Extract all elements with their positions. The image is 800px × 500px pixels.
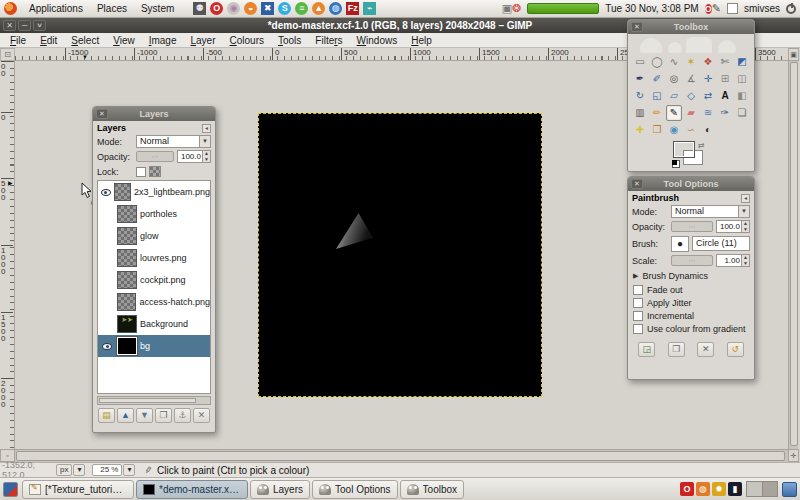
horizontal-scrollbar[interactable] xyxy=(15,449,788,462)
distro-menu-icon[interactable] xyxy=(4,2,17,15)
tool-dodge-burn[interactable]: ◐ xyxy=(700,122,716,138)
tool-options-titlebar[interactable]: ✕ Tool Options xyxy=(628,177,754,191)
maximize-icon[interactable]: ˅ xyxy=(33,20,46,31)
zoom-dropdown-arrow[interactable]: ▾ xyxy=(123,464,135,476)
panel-menu-places[interactable]: Places xyxy=(90,1,134,16)
power-icon[interactable] xyxy=(786,4,796,14)
tool-shear[interactable]: ▱ xyxy=(666,88,682,104)
close-icon[interactable]: ✕ xyxy=(3,20,16,31)
menu-select[interactable]: Select xyxy=(65,34,105,47)
display-tray-icon[interactable]: ▮ xyxy=(728,482,742,496)
task-button[interactable]: *demo-master.xcf-1.0 ... xyxy=(136,480,248,499)
unit-dropdown-arrow[interactable]: ▾ xyxy=(73,464,85,476)
image-canvas[interactable] xyxy=(258,113,542,397)
layer-visibility-cell[interactable] xyxy=(100,343,114,350)
vertical-scrollbar[interactable] xyxy=(788,61,798,449)
filezilla-icon[interactable]: Fz xyxy=(346,2,359,15)
save-options-button[interactable]: ◲ xyxy=(638,342,655,357)
delete-layer-button[interactable]: ✕ xyxy=(193,408,210,423)
layer-row[interactable]: 2x3_lightbeam.png xyxy=(98,181,210,203)
v-scroll-thumb[interactable] xyxy=(790,62,798,446)
checkbox[interactable] xyxy=(633,324,643,334)
anchor-layer-button[interactable]: ⚓ xyxy=(174,408,191,423)
zoom-level[interactable]: 25 % xyxy=(92,464,122,476)
lower-layer-button[interactable]: ▼ xyxy=(136,408,153,423)
scale-spinner[interactable]: 1.00 ▲▼ xyxy=(716,254,750,267)
firefox-icon[interactable]: ◒ xyxy=(244,2,257,15)
tool-airbrush[interactable]: ≋ xyxy=(700,105,716,121)
username[interactable]: smivses xyxy=(744,3,780,14)
tool-scissors-select[interactable]: ✄ xyxy=(717,54,733,70)
tablet-pen-icon[interactable]: ✎ xyxy=(712,2,721,14)
foreground-color-swatch[interactable] xyxy=(674,142,694,157)
tool-options-menu-button[interactable]: ◂ xyxy=(741,194,750,203)
unit-selector[interactable]: px xyxy=(56,464,72,476)
trash-applet-icon[interactable] xyxy=(782,482,797,497)
navigation-button[interactable]: ✛ xyxy=(788,449,799,462)
tool-rotate[interactable]: ↻ xyxy=(632,88,648,104)
tool-flip[interactable]: ⇄ xyxy=(700,88,716,104)
minimize-icon[interactable]: ─ xyxy=(18,20,31,31)
tool-select-by-color[interactable]: ❖ xyxy=(700,54,716,70)
layers-menu-button[interactable]: ◂ xyxy=(202,124,211,133)
checkbox[interactable] xyxy=(633,311,643,321)
tool-free-select[interactable]: ∿ xyxy=(666,54,682,70)
tool-perspective-clone[interactable]: ❐ xyxy=(649,122,665,138)
layer-row[interactable]: glow xyxy=(98,225,210,247)
media-app-icon[interactable]: ◉ xyxy=(227,2,240,15)
vertical-ruler[interactable]: ▶ 0 005 0 01 0 0 01 5 0 02 0 0 0 xyxy=(0,61,15,449)
vlc-icon[interactable]: ▲ xyxy=(312,2,325,15)
panel-menu-system[interactable]: System xyxy=(134,1,181,16)
tool-fuzzy-select[interactable]: ✶ xyxy=(683,54,699,70)
tool-bucket-fill[interactable]: ◧ xyxy=(734,88,750,104)
tool-paintbrush[interactable]: ✎ xyxy=(666,105,682,121)
task-button[interactable]: Toolbox xyxy=(400,480,464,499)
menu-image[interactable]: Image xyxy=(143,34,183,47)
zoom-follow-button[interactable]: ▣ xyxy=(788,48,799,61)
workspace-cell[interactable] xyxy=(762,482,777,496)
menu-layer[interactable]: Layer xyxy=(184,34,221,47)
display-indicator-icon[interactable]: ▣ xyxy=(502,2,512,14)
ruler-corner-button[interactable]: ⊡ xyxy=(0,48,15,61)
layer-thumbnail[interactable] xyxy=(117,271,137,289)
tool-measure[interactable]: ∡ xyxy=(683,71,699,87)
brush-name-field[interactable]: Circle (11) xyxy=(692,236,750,251)
layer-thumbnail[interactable] xyxy=(117,205,137,223)
lock-checkbox[interactable] xyxy=(136,167,146,177)
layers-dialog-titlebar[interactable]: ✕ Layers xyxy=(93,107,215,121)
show-desktop-button[interactable] xyxy=(3,482,18,497)
tool-perspective[interactable]: ◇ xyxy=(683,88,699,104)
tool-foreground-select[interactable]: ◩ xyxy=(734,54,750,70)
menu-tools[interactable]: Tools xyxy=(272,34,307,47)
option-apply-jitter[interactable]: Apply Jitter xyxy=(628,295,754,308)
menu-file[interactable]: File xyxy=(4,34,32,47)
firefox-tray-icon[interactable]: ◍ xyxy=(696,482,710,496)
panel-menu-applications[interactable]: Applications xyxy=(22,1,90,16)
toolbox-titlebar[interactable]: ✕ Toolbox xyxy=(628,20,754,34)
opera-tray-icon[interactable]: O xyxy=(680,482,694,496)
paint-mode-select[interactable]: Normal ▼ xyxy=(671,205,750,218)
menu-filters[interactable]: Filters xyxy=(309,34,348,47)
tool-zoom[interactable]: ◎ xyxy=(666,71,682,87)
tool-align[interactable]: ⊞ xyxy=(717,71,733,87)
desktop-app-icon[interactable]: ✖ xyxy=(261,2,274,15)
layer-thumbnail[interactable] xyxy=(117,227,137,245)
reset-colors-icon[interactable] xyxy=(672,160,680,168)
layer-thumbnail[interactable] xyxy=(117,249,137,267)
checkbox[interactable] xyxy=(633,285,643,295)
restore-options-button[interactable]: ❐ xyxy=(668,342,685,357)
task-button[interactable]: Layers xyxy=(250,480,310,499)
robot-app-icon[interactable]: ⚉ xyxy=(193,2,206,15)
layer-opacity-slider[interactable]: ⋯ xyxy=(136,151,174,162)
brush-dynamics-expander[interactable]: ▶ Brush Dynamics xyxy=(628,268,754,282)
skype-icon[interactable]: S xyxy=(278,2,291,15)
spotify-icon[interactable]: ≡ xyxy=(295,2,308,15)
user-indicator-icon[interactable] xyxy=(727,3,738,14)
menu-colours[interactable]: Colours xyxy=(223,34,269,47)
option-incremental[interactable]: Incremental xyxy=(628,308,754,321)
tool-move[interactable]: ✛ xyxy=(700,71,716,87)
bird-app-icon[interactable]: ⌁ xyxy=(363,2,376,15)
raise-layer-button[interactable]: ▲ xyxy=(117,408,134,423)
eye-icon[interactable] xyxy=(102,343,112,350)
layer-thumbnail[interactable] xyxy=(117,337,137,355)
